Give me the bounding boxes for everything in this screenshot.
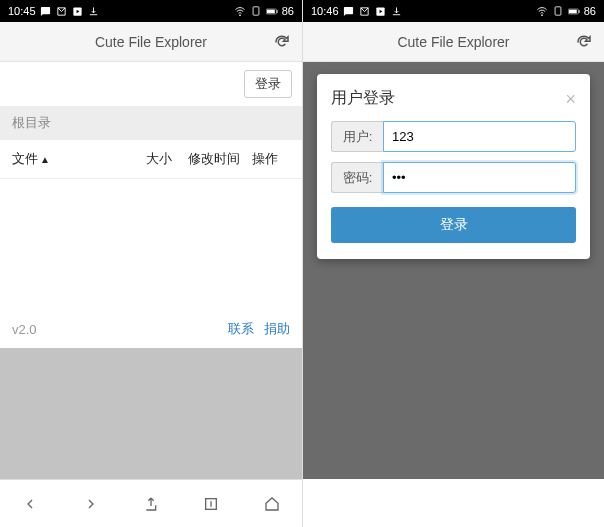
nav-bar	[0, 479, 302, 527]
mail-icon	[56, 5, 68, 17]
play-icon	[375, 5, 387, 17]
empty-list	[0, 179, 302, 310]
bottom-gray-area	[0, 348, 302, 479]
svg-rect-4	[267, 9, 275, 13]
app-title: Cute File Explorer	[397, 34, 509, 50]
password-label: 密码:	[331, 162, 383, 193]
sort-asc-icon: ▲	[40, 154, 50, 165]
column-file[interactable]: 文件 ▲	[12, 150, 146, 168]
column-size[interactable]: 大小	[146, 150, 188, 168]
chat-icon	[343, 5, 355, 17]
submit-login-button[interactable]: 登录	[331, 207, 576, 243]
chat-icon	[40, 5, 52, 17]
nav-back-icon[interactable]	[19, 493, 41, 515]
modal-title: 用户登录	[331, 88, 395, 109]
sim-icon	[552, 5, 564, 17]
app-header: Cute File Explorer	[0, 22, 302, 62]
login-modal: 用户登录 × 用户: 密码: 登录	[317, 74, 590, 259]
wifi-icon	[536, 5, 548, 17]
nav-forward-icon[interactable]	[80, 493, 102, 515]
refresh-button[interactable]	[270, 30, 294, 54]
svg-rect-2	[253, 7, 259, 15]
main-content: 登录 根目录 文件 ▲ 大小 修改时间 操作 v2.0 联系 捐助	[0, 62, 302, 479]
version-label: v2.0	[12, 322, 37, 337]
battery-icon	[266, 5, 278, 17]
download-icon	[391, 5, 403, 17]
login-button[interactable]: 登录	[244, 70, 292, 98]
svg-point-1	[239, 14, 240, 15]
password-field[interactable]	[383, 162, 576, 193]
table-header: 文件 ▲ 大小 修改时间 操作	[0, 140, 302, 179]
status-time: 10:46	[311, 5, 339, 17]
status-bar: 10:46 86	[303, 0, 604, 22]
wifi-icon	[234, 5, 246, 17]
battery-icon	[568, 5, 580, 17]
nav-home-icon[interactable]	[261, 493, 283, 515]
column-file-label: 文件	[12, 150, 38, 168]
download-icon	[88, 5, 100, 17]
status-battery-pct: 86	[282, 5, 294, 17]
close-icon[interactable]: ×	[565, 90, 576, 108]
svg-point-8	[541, 14, 542, 15]
column-action: 操作	[252, 150, 290, 168]
svg-rect-12	[578, 10, 579, 13]
play-icon	[72, 5, 84, 17]
phone-left: 10:45 86	[0, 0, 302, 527]
svg-rect-11	[569, 9, 577, 13]
svg-rect-9	[555, 7, 561, 15]
content-footer: v2.0 联系 捐助	[0, 310, 302, 348]
user-field[interactable]	[383, 121, 576, 152]
status-battery-pct: 86	[584, 5, 596, 17]
nav-share-icon[interactable]	[140, 493, 162, 515]
user-label: 用户:	[331, 121, 383, 152]
column-time[interactable]: 修改时间	[188, 150, 252, 168]
status-bar: 10:45 86	[0, 0, 302, 22]
sim-icon	[250, 5, 262, 17]
app-header: Cute File Explorer	[303, 22, 604, 62]
status-time: 10:45	[8, 5, 36, 17]
breadcrumb[interactable]: 根目录	[0, 106, 302, 140]
donate-link[interactable]: 捐助	[264, 320, 290, 338]
svg-rect-5	[276, 10, 277, 13]
contact-link[interactable]: 联系	[228, 320, 254, 338]
refresh-button[interactable]	[572, 30, 596, 54]
app-title: Cute File Explorer	[95, 34, 207, 50]
nav-tabs-icon[interactable]	[200, 493, 222, 515]
phone-right: 10:46 86 Cute File Explorer 用户登录 × 用户: 密…	[302, 0, 604, 527]
mail-icon	[359, 5, 371, 17]
